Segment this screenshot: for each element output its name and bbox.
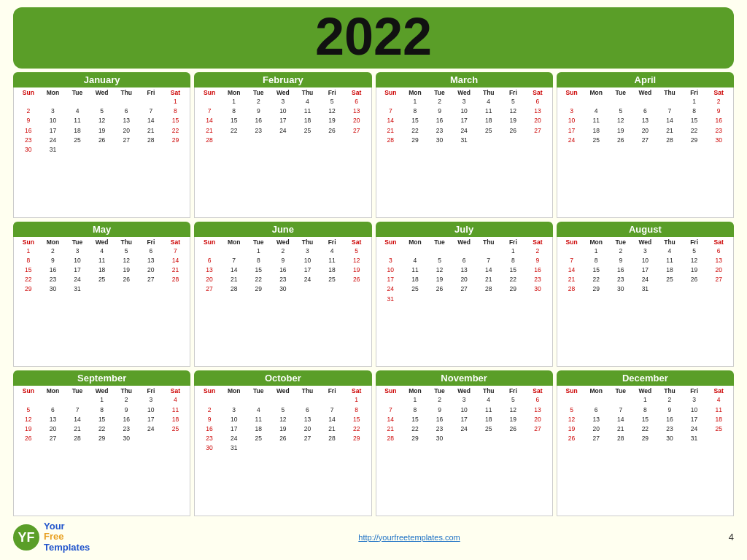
day-cell: 15 (501, 265, 526, 275)
day-cell: 18 (246, 424, 271, 434)
sat-header: Sat (163, 238, 188, 246)
weekday-header: Thu (295, 238, 320, 246)
day-cell: 22 (633, 424, 658, 434)
day-cell: 28 (379, 136, 403, 145)
day-cell (452, 434, 476, 443)
day-cell: 12 (320, 106, 344, 116)
day-cell: 28 (560, 284, 584, 294)
day-cell (295, 136, 320, 145)
logo-icon: YF (13, 524, 39, 551)
day-cell: 19 (427, 275, 452, 284)
day-cell: 8 (403, 405, 427, 415)
day-cell: 15 (222, 116, 247, 125)
day-cell: 9 (608, 256, 633, 265)
day-cell: 21 (379, 126, 403, 136)
day-cell: 2 (608, 246, 633, 256)
day-cell: 11 (320, 256, 344, 265)
day-cell: 5 (320, 97, 344, 106)
month-header-july: July (376, 222, 553, 237)
day-cell (163, 434, 188, 443)
day-cell: 19 (344, 265, 369, 275)
day-cell: 2 (246, 97, 271, 106)
weekday-header: Thu (295, 89, 320, 96)
day-cell: 8 (163, 106, 188, 116)
day-cell: 2 (427, 395, 452, 405)
day-cell: 30 (657, 434, 682, 443)
weekday-header: Wed (90, 387, 115, 394)
day-cell: 3 (65, 246, 90, 256)
sat-header: Sat (525, 238, 550, 246)
weekday-header: Mon (584, 89, 608, 96)
day-cell (706, 434, 731, 443)
day-cell: 21 (657, 126, 682, 136)
day-cell: 2 (271, 246, 295, 256)
day-cell: 26 (501, 424, 526, 434)
day-cell: 19 (560, 424, 584, 434)
day-cell (379, 246, 403, 256)
months-grid: JanuarySunMonTueWedThuFriSat123456789101… (13, 72, 734, 516)
day-cell: 24 (41, 136, 66, 145)
day-cell: 20 (706, 265, 731, 275)
day-cell: 21 (197, 126, 222, 136)
weekday-header: Mon (584, 238, 608, 246)
footer-link[interactable]: http://yourfreetemplates.com (358, 533, 460, 542)
logo-box: YF Your Free Templates (13, 521, 90, 553)
weekday-header: Mon (222, 387, 247, 394)
weekday-header: Fri (682, 387, 707, 394)
sun-header: Sun (560, 89, 584, 96)
day-cell: 4 (403, 256, 427, 265)
day-cell: 25 (295, 126, 320, 136)
day-cell: 16 (427, 116, 452, 125)
month-block-november: NovemberSunMonTueWedThuFriSat12345678910… (376, 370, 553, 516)
footer-page: 4 (729, 532, 734, 542)
day-cell: 18 (65, 126, 90, 136)
day-cell (271, 136, 295, 145)
day-cell: 6 (525, 395, 550, 405)
day-cell: 8 (344, 405, 369, 415)
month-header-november: November (376, 370, 553, 386)
day-cell: 15 (633, 415, 658, 424)
day-cell: 7 (222, 256, 247, 265)
day-cell: 20 (344, 116, 369, 125)
day-cell: 17 (222, 424, 247, 434)
day-cell (246, 443, 271, 453)
day-cell: 14 (657, 116, 682, 125)
day-cell: 26 (90, 136, 115, 145)
month-body-october: SunMonTueWedThuFriSat1234567891011121314… (194, 386, 371, 516)
weekday-header: Mon (403, 238, 427, 246)
day-cell: 29 (246, 284, 271, 294)
day-cell (295, 443, 320, 453)
month-header-january: January (13, 72, 190, 88)
day-cell: 28 (379, 434, 403, 443)
day-cell: 29 (16, 284, 41, 294)
day-cell (403, 295, 427, 304)
day-cell: 4 (163, 395, 188, 405)
month-header-december: December (557, 370, 734, 386)
day-cell: 12 (114, 256, 139, 265)
day-cell: 17 (452, 415, 476, 424)
footer: YF Your Free Templates http://yourfreete… (13, 520, 734, 554)
day-cell: 21 (163, 265, 188, 275)
day-cell: 19 (608, 126, 633, 136)
month-body-august: SunMonTueWedThuFriSat1234567891011121314… (557, 237, 734, 368)
day-cell: 6 (633, 106, 658, 116)
day-cell: 27 (41, 434, 66, 443)
day-cell: 15 (584, 265, 608, 275)
day-cell: 23 (197, 434, 222, 443)
day-cell: 19 (682, 265, 707, 275)
day-cell: 1 (403, 97, 427, 106)
day-cell: 26 (682, 275, 707, 284)
weekday-header: Tue (427, 238, 452, 246)
day-cell: 11 (246, 415, 271, 424)
day-cell: 16 (706, 116, 731, 125)
day-cell (476, 246, 501, 256)
day-cell: 3 (682, 395, 707, 405)
day-cell: 30 (608, 284, 633, 294)
day-cell: 27 (295, 434, 320, 443)
sat-header: Sat (163, 89, 188, 96)
day-cell: 11 (706, 405, 731, 415)
day-cell: 18 (163, 415, 188, 424)
day-cell (501, 136, 526, 145)
day-cell: 27 (633, 136, 658, 145)
day-cell: 31 (452, 136, 476, 145)
